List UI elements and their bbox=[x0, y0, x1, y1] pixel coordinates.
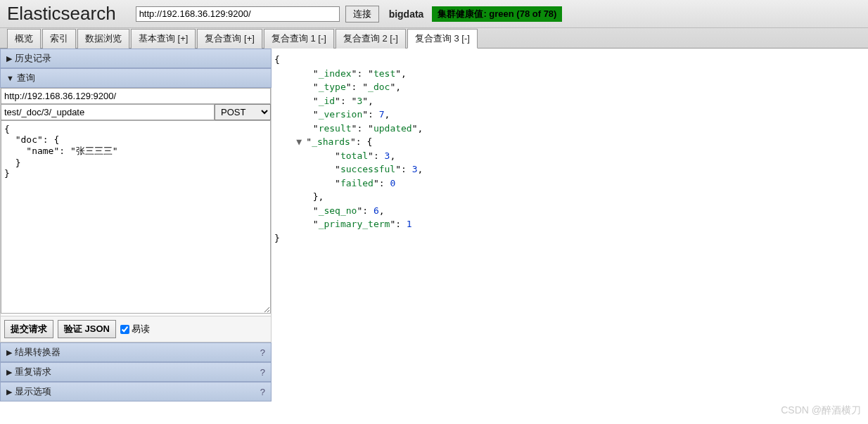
tab-compound-1[interactable]: 复合查询 1 [-] bbox=[264, 29, 334, 49]
submit-button[interactable]: 提交请求 bbox=[4, 320, 53, 338]
left-panel: ▶ 历史记录 ▼ 查询 POST 提交请求 验证 JSON 易读 bbox=[0, 49, 272, 401]
query-path-input[interactable] bbox=[1, 104, 215, 120]
json-field-shards-successful: "successful": 3, bbox=[274, 162, 865, 176]
connect-button[interactable]: 连接 bbox=[345, 6, 379, 23]
json-field-id: "_id": "3", bbox=[274, 94, 865, 108]
json-brace: }, bbox=[274, 190, 865, 204]
section-history-label: 历史记录 bbox=[15, 52, 51, 65]
section-history-header[interactable]: ▶ 历史记录 bbox=[0, 49, 272, 68]
tab-compound-3[interactable]: 复合查询 3 [-] bbox=[407, 29, 478, 49]
section-repeat-header[interactable]: ▶ 重复请求 ? bbox=[0, 362, 272, 382]
content-area: ▶ 历史记录 ▼ 查询 POST 提交请求 验证 JSON 易读 bbox=[0, 49, 868, 401]
help-icon[interactable]: ? bbox=[260, 347, 265, 358]
collapse-toggle-icon[interactable]: ▼ bbox=[296, 135, 306, 149]
section-repeat-label: 重复请求 bbox=[15, 366, 51, 378]
tab-overview[interactable]: 概览 bbox=[7, 29, 41, 49]
chevron-right-icon: ▶ bbox=[6, 54, 12, 63]
header-bar: Elasticsearch 连接 bigdata 集群健康值: green (7… bbox=[0, 0, 868, 28]
cluster-name: bigdata bbox=[389, 8, 424, 20]
validate-json-button[interactable]: 验证 JSON bbox=[58, 320, 116, 338]
section-transformer-label: 结果转换器 bbox=[15, 346, 60, 359]
request-body-textarea[interactable] bbox=[1, 120, 271, 314]
chevron-down-icon: ▼ bbox=[6, 74, 14, 82]
json-field-result: "result": "updated", bbox=[274, 122, 865, 136]
tab-indices[interactable]: 索引 bbox=[42, 29, 76, 49]
json-field-shards-failed: "failed": 0 bbox=[274, 176, 865, 191]
json-field-type: "_type": "_doc", bbox=[274, 80, 865, 94]
action-row: 提交请求 验证 JSON 易读 bbox=[0, 316, 272, 342]
pretty-checkbox[interactable] bbox=[120, 325, 129, 334]
chevron-right-icon: ▶ bbox=[6, 387, 12, 397]
json-field-shards-total: "total": 3, bbox=[274, 149, 865, 163]
chevron-right-icon: ▶ bbox=[6, 348, 12, 357]
tab-compound-2[interactable]: 复合查询 2 [-] bbox=[336, 29, 406, 49]
app-title: Elasticsearch bbox=[7, 3, 116, 25]
json-brace: } bbox=[274, 231, 865, 245]
json-field-version: "_version": 7, bbox=[274, 108, 865, 122]
chevron-right-icon: ▶ bbox=[6, 368, 12, 377]
query-base-url-input[interactable] bbox=[1, 88, 271, 104]
json-field-index: "_index": "test", bbox=[274, 67, 865, 81]
json-brace: { bbox=[274, 53, 865, 67]
section-query-label: 查询 bbox=[17, 72, 35, 84]
tab-basic-query[interactable]: 基本查询 [+] bbox=[131, 29, 196, 49]
pretty-checkbox-label[interactable]: 易读 bbox=[120, 323, 150, 335]
tab-compound-query[interactable]: 复合查询 [+] bbox=[197, 29, 262, 49]
section-display-header[interactable]: ▶ 显示选项 ? bbox=[0, 382, 272, 401]
tab-bar: 概览 索引 数据浏览 基本查询 [+] 复合查询 [+] 复合查询 1 [-] … bbox=[0, 28, 868, 49]
cluster-url-input[interactable] bbox=[136, 6, 340, 22]
json-field-shards: ▼"_shards": { bbox=[274, 135, 865, 149]
json-field-seqno: "_seq_no": 6, bbox=[274, 204, 865, 218]
section-display-label: 显示选项 bbox=[15, 385, 51, 398]
section-query-header[interactable]: ▼ 查询 bbox=[0, 68, 272, 88]
tab-browse[interactable]: 数据浏览 bbox=[77, 29, 129, 49]
help-icon[interactable]: ? bbox=[260, 387, 265, 397]
http-method-select[interactable]: POST bbox=[215, 104, 271, 120]
response-panel: { "_index": "test", "_type": "_doc", "_i… bbox=[272, 49, 868, 401]
query-body: POST bbox=[0, 88, 272, 316]
pretty-label: 易读 bbox=[132, 323, 150, 335]
section-transformer-header[interactable]: ▶ 结果转换器 ? bbox=[0, 342, 272, 362]
cluster-health-badge: 集群健康值: green (78 of 78) bbox=[432, 6, 562, 22]
json-field-primary-term: "_primary_term": 1 bbox=[274, 217, 865, 231]
help-icon[interactable]: ? bbox=[260, 367, 265, 378]
